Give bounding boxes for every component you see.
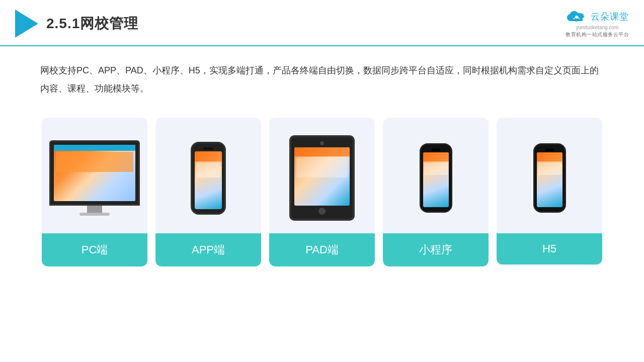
mini-phone-mockup [420, 143, 452, 213]
brand-logo: 云朵课堂 [566, 9, 629, 24]
h5-phone-notch [545, 149, 554, 151]
cards-container: PC端 APP端 PAD端 小程序 [0, 108, 644, 282]
description-text: 网校支持PC、APP、PAD、小程序、H5，实现多端打通，产品各终端自由切换，数… [0, 46, 644, 108]
mini-phone-screen [423, 152, 449, 207]
pad-image-area [269, 118, 375, 233]
description-paragraph: 网校支持PC、APP、PAD、小程序、H5，实现多端打通，产品各终端自由切换，数… [40, 61, 604, 98]
tablet-home-button [318, 208, 326, 215]
brand-name: 云朵课堂 [591, 11, 629, 23]
mini-card: 小程序 [383, 118, 489, 266]
page-header: 2.5.1网校管理 云朵课堂 yunduoketang.com 教育机构一站式服… [0, 0, 644, 46]
h5-phone-mockup [533, 143, 566, 213]
logo-triangle-icon [15, 10, 38, 38]
mini-label: 小程序 [383, 233, 489, 266]
pad-tablet-mockup [289, 135, 355, 221]
cloud-icon [566, 9, 588, 24]
pc-screen-outer [49, 140, 140, 206]
h5-image-area [497, 118, 602, 233]
svg-point-1 [575, 16, 578, 19]
h5-card: H5 [497, 118, 602, 266]
tablet-camera [320, 141, 324, 145]
pad-card: PAD端 [269, 118, 375, 266]
h5-phone-screen [537, 152, 562, 207]
pad-label: PAD端 [269, 233, 375, 266]
mini-phone-notch [431, 149, 440, 151]
phone-notch [203, 147, 213, 150]
app-phone-screen [195, 151, 222, 209]
app-image-area [155, 118, 261, 233]
mini-image-area [383, 118, 489, 233]
pc-label: PC端 [42, 233, 147, 266]
app-phone-mockup [191, 142, 226, 215]
app-label: APP端 [155, 233, 261, 266]
brand-tagline: 教育机构一站式服务云平台 [566, 31, 629, 38]
page-title: 2.5.1网校管理 [46, 14, 138, 33]
pc-foot [79, 213, 110, 216]
pc-screen-inner [54, 145, 135, 201]
pc-stand [87, 206, 102, 213]
pad-screen [294, 147, 350, 206]
brand-url: yunduoketang.com [576, 25, 619, 30]
pc-card: PC端 [42, 118, 147, 266]
pc-mockup [49, 140, 140, 216]
header-left: 2.5.1网校管理 [15, 10, 138, 38]
pc-image-area [42, 118, 147, 233]
header-right: 云朵课堂 yunduoketang.com 教育机构一站式服务云平台 [566, 9, 629, 38]
app-card: APP端 [155, 118, 261, 266]
h5-label: H5 [497, 233, 602, 264]
